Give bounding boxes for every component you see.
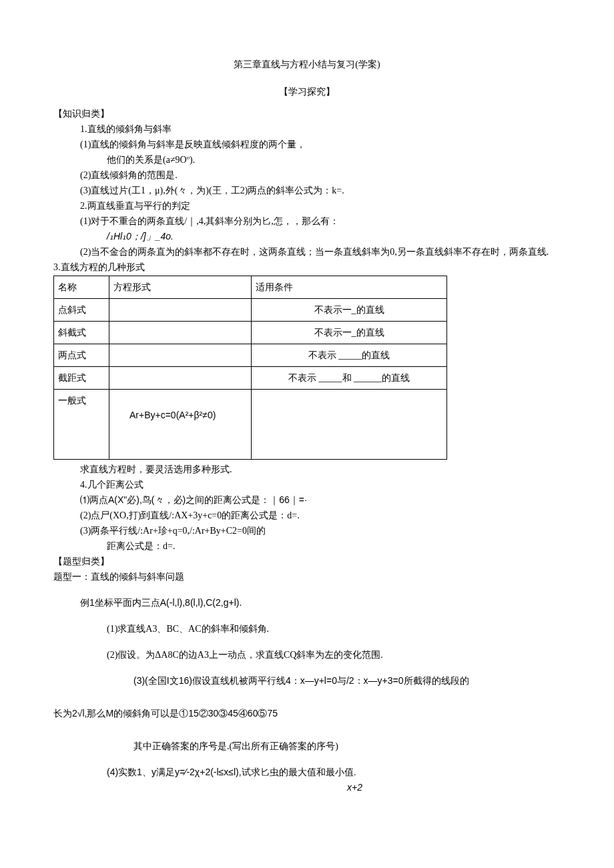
cell-cond: 不表示一_的直线 [252,322,447,344]
spacer [53,755,561,764]
heading-types: 【题型归类】 [53,554,561,568]
item-1-1b: 他们的关系是(a≠9Oº). [53,153,561,167]
th-name: 名称 [54,276,109,299]
table-row: 一般式 Ar+By+c=0(A²+β²≠0) [54,390,447,460]
table-row: 斜截式 不表示一_的直线 [54,322,447,344]
cell-name: 斜截式 [54,322,109,344]
item-4-3b: 距离公式是：d=. [53,539,561,553]
item-4-2: (2)点尸(XO,打)到直线/:AX+3y+c=0的距离公式是：d=. [53,508,561,522]
spacer [53,663,561,673]
item-4-2-text: (2)点尸(XO,打)到直线/:AX+3y+c=0的距离公式是：d=. [80,510,300,520]
example-1-1-text: (1)求直线A3、BC、AC的斜率和倾斜角. [107,624,269,634]
cell-form [109,322,252,344]
example-1-4-text: (4)实数1、y满足y=∕-2χ+2(-l≤x≤l),试求匕虫的最大值和最小值. [107,767,356,777]
item-2-1b: /₁Hl₁0；/]」_4o. [53,230,561,244]
item-4-3: (3)两条平行线/:Ar+珍+q=0,/:Ar+By+C2=0间的 [53,524,561,538]
item-1-2: (2)直线倾斜角的范围是. [53,168,561,182]
spacer [53,637,561,646]
item-2: 2.两直线垂直与平行的判定 [53,199,561,213]
item-4-1: ⑴两点A(X"必),鸟(々，必)之间的距离公式是：｜66｜=· [53,493,561,507]
section-heading-explore: 【学习探究】 [53,85,561,99]
cell-form [109,344,252,367]
spacer [53,689,561,705]
cell-form: Ar+By+c=0(A²+β²≠0) [109,390,252,460]
example-1-3b: 长为2√l,那么M的倾斜角可以是①15②30③45④60⑤75 [53,707,561,721]
item-1-3-text: (3)直线过片(工1，μ),外(々，为)(王，工2)两点的斜率公式为：k=. [80,185,344,195]
cell-cond: 不表示一_的直线 [252,299,447,322]
example-1-text: 例1坐标平面内三点A(-l,l),8(l,l),C(2,g+l). [80,597,242,608]
cell-cond: 不表示 _____的直线 [252,344,447,367]
example-1-3: (3)(全国I文16)假设直线机被两平行线4：x—y+l=0与/2：x—y+3=… [53,674,561,688]
th-cond: 适用条件 [252,276,447,299]
spacer [53,722,561,738]
cell-cond [252,390,447,460]
example-1-3b-text: 长为2√l,那么M的倾斜角可以是①15②30③45④60⑤75 [53,708,278,719]
cell-form [109,299,252,322]
example-1-1: (1)求直线A3、BC、AC的斜率和倾斜角. [53,622,561,636]
item-1-1b-text: 他们的关系是(a≠9Oº). [107,155,195,165]
table-row: 点斜式 不表示一_的直线 [54,299,447,322]
cell-name: 截距式 [54,367,109,390]
heading-knowledge: 【知识归类】 [53,107,561,121]
example-1-4: (4)实数1、y满足y=∕-2χ+2(-l≤x≤l),试求匕虫的最大值和最小值. [53,765,561,779]
item-3b: 求直线方程时，要灵活选用多种形式. [53,462,561,476]
item-2-2: (2)当不金合的两条直为的斜率都不存在时，这两条直线；当一条直线斜率为0,另一条… [53,245,561,259]
example-1-3c: 其中正确答案的序号是.(写出所有正确答案的序号) [53,739,561,753]
cell-form [109,367,252,390]
item-1-3: (3)直线过片(工1，μ),外(々，为)(王，工2)两点的斜率公式为：k=. [53,183,561,197]
example-1-4-denom: x+2 [53,781,561,795]
spacer [53,585,561,594]
item-3: 3.直线方程的几种形式 [53,260,561,274]
table-row: 名称 方程形式 适用条件 [54,276,447,299]
example-1-3-text: (3)(全国I文16)假设直线机被两平行线4：x—y+l=0与/2：x—y+3=… [133,675,469,686]
page-title: 第三章直线与方程小结与复习(学案) [53,57,561,71]
item-1: 1.直线的倾斜角与斜率 [53,122,561,136]
item-2-1: (1)对于不重合的两条直线/｜,4,其斜率分别为匕,怎，，那么有： [53,214,561,228]
example-1: 例1坐标平面内三点A(-l,l),8(l,l),C(2,g+l). [53,596,561,610]
item-1-1: (1)直线的倾斜角与斜率是反映直线倾斜程度的两个量， [53,137,561,151]
cell-name: 一般式 [54,390,109,460]
item-4-1-text: ⑴两点A(X"必),鸟(々，必)之间的距离公式是：｜66｜=· [80,494,307,505]
cell-cond: 不表示 _____和 ______的直线 [252,367,447,390]
example-1-2: (2)假设。为ΔA8C的边A3上一动点，求直线CQ斜率为左的变化范围. [53,648,561,662]
th-form: 方程形式 [109,276,252,299]
type-1: 题型一：直线的倾斜与斜率问题 [53,570,561,584]
item-4: 4.几个距离公式 [53,478,561,492]
spacer [53,611,561,620]
cell-name: 两点式 [54,344,109,367]
table-row: 两点式 不表示 _____的直线 [54,344,447,367]
forms-table: 名称 方程形式 适用条件 点斜式 不表示一_的直线 斜截式 不表示一_的直线 两… [53,276,447,460]
cell-name: 点斜式 [54,299,109,322]
table-row: 截距式 不表示 _____和 ______的直线 [54,367,447,390]
item-4-3b-text: 距离公式是：d=. [107,541,175,551]
